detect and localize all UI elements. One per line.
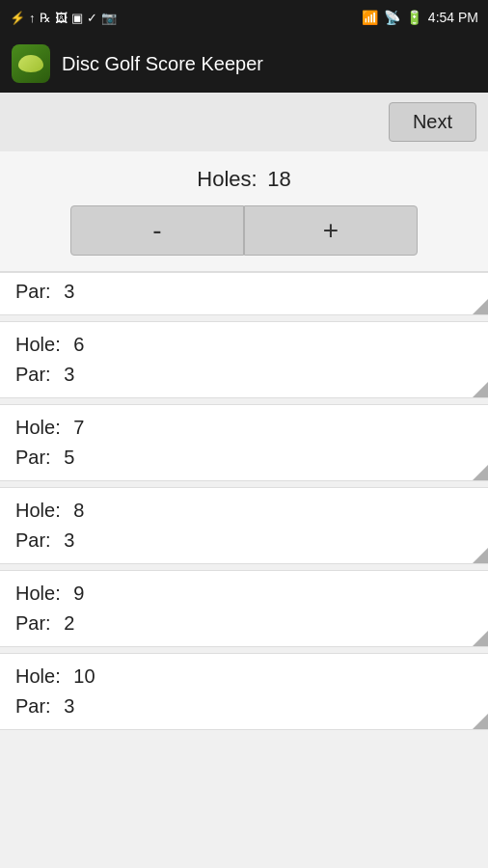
par-row-8: Par: 3 <box>0 526 488 563</box>
screenshot-icon: 📷 <box>101 11 117 25</box>
clock: 4:54 PM <box>428 10 478 25</box>
task-icon: ✓ <box>87 11 97 25</box>
par-label-9: Par: <box>15 612 51 634</box>
par-value-7: 5 <box>64 447 74 468</box>
initial-par-label: Par: <box>15 281 51 302</box>
hole-row-6: Hole: 6 <box>0 322 488 360</box>
hole-label-7: Hole: <box>15 417 61 438</box>
initial-par-section: Par: 3 <box>0 272 488 315</box>
par-label-10: Par: <box>15 695 51 717</box>
app-icon <box>12 44 50 83</box>
hole-row-8: Hole: 8 <box>0 488 488 526</box>
image-icon: 🖼 <box>55 11 68 25</box>
wifi-icon: 📶 <box>362 10 378 25</box>
hole-row-10: Hole: 10 <box>0 654 488 692</box>
par-row-9: Par: 2 <box>0 609 488 646</box>
status-icons-right: 📶 📡 🔋 4:54 PM <box>362 10 478 25</box>
hole-value-6: 6 <box>73 334 84 355</box>
hole-value-9: 9 <box>73 583 84 604</box>
corner-mark-6 <box>473 382 488 397</box>
hole-value-7: 7 <box>73 417 84 438</box>
hole-label-9: Hole: <box>15 583 61 604</box>
par-label-7: Par: <box>15 447 51 468</box>
hole-card-8: Hole: 8 Par: 3 <box>0 487 488 564</box>
next-button[interactable]: Next <box>389 102 476 142</box>
corner-mark-7 <box>473 465 488 480</box>
hole-label-8: Hole: <box>15 500 61 521</box>
par-value-8: 3 <box>64 529 74 551</box>
hole-value-10: 10 <box>73 665 95 687</box>
par-row-7: Par: 5 <box>0 443 488 480</box>
corner-mark-8 <box>473 548 488 563</box>
corner-mark-10 <box>473 714 488 729</box>
par-label-6: Par: <box>15 364 51 385</box>
holes-label: Holes: <box>197 167 257 191</box>
rx-icon: ℞ <box>40 11 51 25</box>
hole-cards-list: Hole: 6 Par: 3 Hole: 7 Par: 5 Hole: <box>0 321 488 730</box>
par-row-10: Par: 3 <box>0 692 488 729</box>
holes-display: Holes: 18 <box>197 167 290 192</box>
content-area: Next Holes: 18 - + Par: 3 Hole: 6 Par: 3 <box>0 93 488 868</box>
decrement-button[interactable]: - <box>70 205 244 256</box>
hole-card-10: Hole: 10 Par: 3 <box>0 653 488 730</box>
signal-icon: 📡 <box>384 10 400 25</box>
initial-par-value: 3 <box>64 281 74 302</box>
par-value-10: 3 <box>64 695 74 717</box>
par-label-8: Par: <box>15 529 51 551</box>
holes-section: Holes: 18 - + <box>0 151 488 272</box>
hole-card-7: Hole: 7 Par: 5 <box>0 404 488 481</box>
toolbar-row: Next <box>0 93 488 151</box>
status-icons-left: ⚡ ↑ ℞ 🖼 ▣ ✓ 📷 <box>10 11 117 25</box>
corner-mark <box>473 299 488 314</box>
hole-label-6: Hole: <box>15 334 61 355</box>
status-bar: ⚡ ↑ ℞ 🖼 ▣ ✓ 📷 📶 📡 🔋 4:54 PM <box>0 0 488 35</box>
par-value-9: 2 <box>64 612 74 634</box>
usb-icon: ⚡ <box>10 11 25 25</box>
app-bar: Disc Golf Score Keeper <box>0 35 488 93</box>
corner-mark-9 <box>473 631 488 646</box>
hole-value-8: 8 <box>73 500 84 521</box>
holes-value: 18 <box>267 167 290 191</box>
app-title: Disc Golf Score Keeper <box>62 53 263 75</box>
hole-row-9: Hole: 9 <box>0 571 488 609</box>
hole-label-10: Hole: <box>15 665 61 687</box>
par-value-6: 3 <box>64 364 74 385</box>
stepper-row: - + <box>70 205 418 256</box>
disc-icon <box>18 55 43 72</box>
hole-card-9: Hole: 9 Par: 2 <box>0 570 488 647</box>
hole-card-6: Hole: 6 Par: 3 <box>0 321 488 398</box>
hole-row-7: Hole: 7 <box>0 405 488 443</box>
upload-icon: ↑ <box>29 11 36 25</box>
par-row-6: Par: 3 <box>0 360 488 397</box>
increment-button[interactable]: + <box>244 205 418 256</box>
vmu-icon: ▣ <box>71 11 83 25</box>
battery-icon: 🔋 <box>406 10 422 25</box>
